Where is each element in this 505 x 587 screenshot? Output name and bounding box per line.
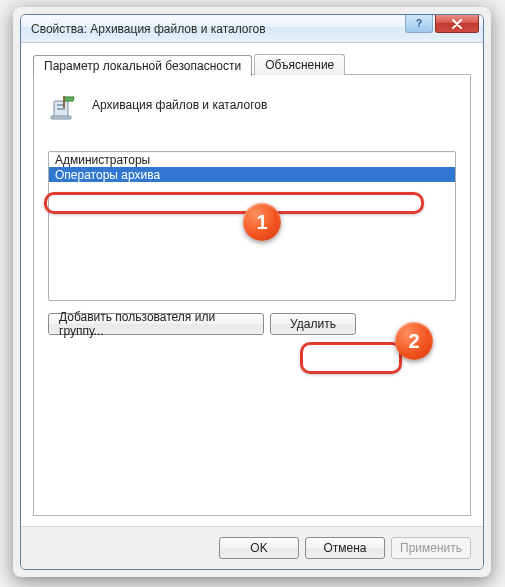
- ok-button[interactable]: OK: [219, 537, 299, 559]
- list-item[interactable]: Операторы архива: [49, 167, 455, 182]
- panel-title: Архивация файлов и каталогов: [92, 98, 267, 112]
- list-actions: Добавить пользователя или группу... Удал…: [48, 313, 456, 335]
- titlebar[interactable]: Свойства: Архивация файлов и каталогов ?: [21, 15, 483, 43]
- window-title: Свойства: Архивация файлов и каталогов: [31, 22, 266, 36]
- tab-local-security[interactable]: Параметр локальной безопасности: [33, 55, 252, 76]
- svg-rect-4: [63, 96, 65, 108]
- delete-button[interactable]: Удалить: [270, 313, 356, 335]
- tab-explanation[interactable]: Объяснение: [254, 54, 345, 75]
- cancel-button[interactable]: Отмена: [305, 537, 385, 559]
- help-button[interactable]: ?: [405, 15, 433, 33]
- window-buttons: ?: [405, 15, 479, 33]
- svg-rect-2: [57, 108, 65, 110]
- svg-rect-3: [51, 116, 71, 119]
- users-listbox[interactable]: Администраторы Операторы архива: [48, 151, 456, 301]
- panel-header: Архивация файлов и каталогов: [48, 89, 456, 121]
- policy-icon: [48, 89, 80, 121]
- tab-panel: Архивация файлов и каталогов Администрат…: [33, 74, 471, 516]
- client-area: Параметр локальной безопасности Объяснен…: [21, 43, 483, 526]
- list-item[interactable]: Администраторы: [49, 152, 455, 167]
- close-button[interactable]: [435, 15, 479, 33]
- close-icon: [452, 19, 462, 29]
- bottom-bar: OK Отмена Применить: [21, 526, 483, 569]
- question-icon: ?: [416, 18, 422, 29]
- add-user-button[interactable]: Добавить пользователя или группу...: [48, 313, 264, 335]
- dialog-window: Свойства: Архивация файлов и каталогов ?…: [20, 14, 484, 570]
- apply-button[interactable]: Применить: [391, 537, 471, 559]
- tabstrip: Параметр локальной безопасности Объяснен…: [33, 53, 471, 75]
